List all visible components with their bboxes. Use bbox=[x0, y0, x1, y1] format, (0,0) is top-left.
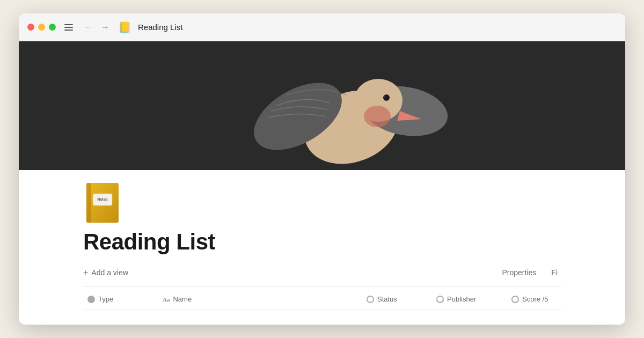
maximize-button[interactable] bbox=[49, 24, 56, 31]
traffic-lights bbox=[27, 24, 56, 31]
close-button[interactable] bbox=[27, 24, 34, 31]
col-status-label: Status bbox=[377, 295, 397, 303]
forward-button[interactable]: → bbox=[99, 22, 112, 33]
view-toolbar: + Add a view Properties Fi bbox=[83, 266, 561, 286]
type-col-icon bbox=[87, 296, 95, 303]
col-header-status[interactable]: Status bbox=[362, 293, 432, 305]
toolbar-right: Properties Fi bbox=[499, 266, 561, 279]
status-col-icon bbox=[367, 296, 374, 303]
svg-rect-11 bbox=[86, 183, 91, 223]
page-icon-area: Notes bbox=[19, 170, 625, 229]
page-heading: Reading List bbox=[83, 229, 561, 255]
hero-image bbox=[19, 41, 625, 170]
add-view-button[interactable]: + Add a view bbox=[83, 266, 128, 280]
svg-point-6 bbox=[383, 94, 390, 101]
score-col-icon bbox=[511, 296, 519, 303]
page-title: Reading List bbox=[138, 23, 182, 32]
title-bar: ← → 📒 Reading List bbox=[19, 13, 625, 41]
col-publisher-label: Publisher bbox=[447, 295, 476, 303]
back-button[interactable]: ← bbox=[82, 22, 94, 33]
notebook-icon: Notes bbox=[83, 181, 122, 224]
col-header-score[interactable]: Score /5 bbox=[507, 293, 561, 305]
page-icon: 📒 bbox=[118, 21, 131, 34]
minimize-button[interactable] bbox=[38, 24, 45, 31]
col-header-type[interactable]: Type bbox=[83, 293, 158, 305]
name-col-icon: Aa bbox=[163, 296, 170, 303]
col-header-name[interactable]: Aa Name bbox=[158, 293, 362, 305]
col-type-label: Type bbox=[98, 295, 113, 303]
col-name-label: Name bbox=[173, 295, 192, 303]
col-header-publisher[interactable]: Publisher bbox=[432, 293, 507, 305]
add-view-label: Add a view bbox=[91, 268, 128, 277]
hamburger-menu-icon[interactable] bbox=[62, 22, 75, 33]
col-score-label: Score /5 bbox=[522, 295, 548, 303]
content-area: Notes Reading List + Add a view Properti… bbox=[19, 41, 625, 325]
nav-buttons: ← → bbox=[82, 22, 112, 33]
filter-button[interactable]: Fi bbox=[548, 266, 561, 279]
browser-window: ← → 📒 Reading List bbox=[19, 13, 625, 325]
publisher-col-icon bbox=[436, 296, 444, 303]
svg-point-8 bbox=[364, 106, 391, 127]
page-content: Reading List + Add a view Properties Fi … bbox=[19, 229, 625, 325]
svg-point-7 bbox=[384, 95, 386, 98]
table-header: Type Aa Name Status Publisher Score /5 bbox=[83, 289, 561, 310]
hero-illustration bbox=[19, 41, 625, 170]
plus-icon: + bbox=[83, 268, 88, 277]
svg-text:Notes: Notes bbox=[97, 197, 108, 201]
properties-button[interactable]: Properties bbox=[499, 266, 540, 279]
